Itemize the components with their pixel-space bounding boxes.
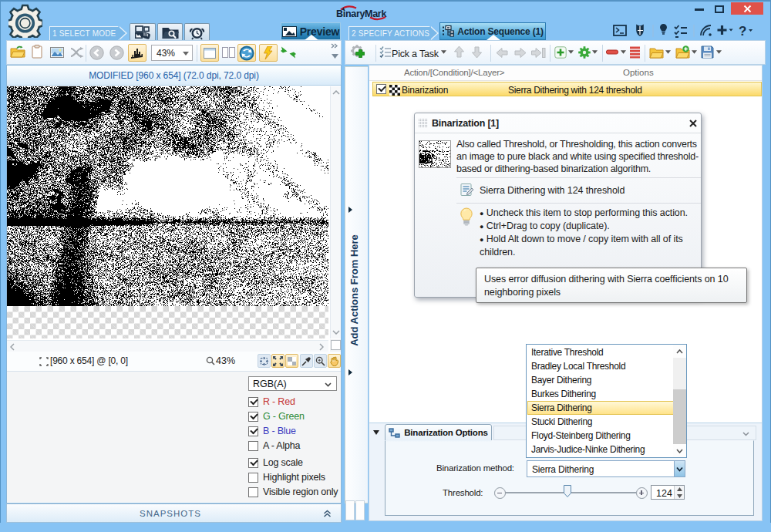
svg-text:?: ? (739, 24, 746, 39)
